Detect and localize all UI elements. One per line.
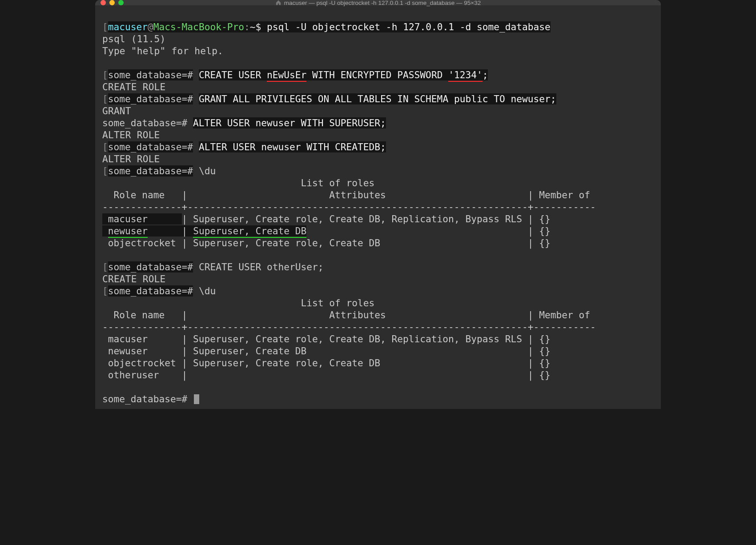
resp-grant: GRANT (102, 105, 131, 116)
prompt-host: Macs-MacBook-Pro (153, 21, 244, 32)
terminal-window: macuser — psql -U objectrocket -h 127.0.… (95, 0, 661, 409)
titlebar: macuser — psql -U objectrocket -h 127.0.… (95, 0, 661, 5)
cmd-du: \du (199, 285, 216, 297)
table-row: macuser | Superuser, Create role, Create… (102, 333, 551, 345)
cmd-grant: GRANT ALL PRIVILEGES ON ALL TABLES IN SC… (199, 93, 556, 104)
psql-prompt: some_database=# (108, 93, 193, 104)
roles-sep: --------------+-------------------------… (102, 201, 596, 212)
cmd-alter-createdb: ALTER USER newuser WITH CREATEDB; (199, 141, 386, 152)
psql-banner: psql (11.5) (102, 33, 166, 44)
roles-col-role: Role name | (102, 189, 187, 200)
resp-alter-role: ALTER ROLE (102, 129, 160, 140)
cmd-du: \du (199, 165, 216, 176)
cmd-create-otheruser: CREATE USER otherUser; (199, 261, 324, 272)
roles-title: List of roles (102, 177, 374, 188)
table-row: | Superuser, Create role, Create DB, Rep… (182, 213, 551, 224)
traffic-lights (101, 0, 124, 5)
cmd-alter-superuser: ALTER USER newuser WITH SUPERUSER; (193, 117, 386, 128)
psql-prompt: some_database=# (108, 141, 193, 152)
close-icon[interactable] (101, 0, 106, 5)
table-row-newuser: newuser | Superuser, Create DB (102, 225, 306, 236)
home-icon (275, 0, 281, 5)
roles-header: Role name | Attributes | Member of (102, 309, 596, 321)
roles-col-attr: Attributes (187, 189, 527, 200)
resp-create-role: CREATE ROLE (102, 81, 166, 92)
highlight-newuser-name: newuser (108, 225, 148, 238)
minimize-icon[interactable] (109, 0, 115, 5)
table-row: objectrocket | Superuser, Create role, C… (102, 357, 551, 369)
psql-prompt: some_database=# (108, 261, 193, 272)
cmd-create-user: CREATE USER nEwUsEr WITH ENCRYPTED PASSW… (199, 69, 488, 80)
roles-col-member: | Member of (528, 189, 596, 200)
prompt-path: ~ (250, 21, 256, 32)
resp-create-role: CREATE ROLE (102, 273, 166, 285)
highlight-newuser-attrs: Superuser, Create DB (193, 225, 306, 238)
prompt-user: macuser (108, 21, 148, 32)
table-row: newuser | Superuser, Create DB | {} (102, 345, 551, 357)
table-row: otheruser | | {} (102, 369, 551, 381)
window-title-text: macuser — psql -U objectrocket -h 127.0.… (284, 0, 481, 6)
psql-help-hint: Type "help" for help. (102, 45, 223, 56)
terminal-output[interactable]: [macuser@Macs-MacBook-Pro:~$ psql -U obj… (95, 5, 661, 422)
shell-command: psql -U objectrocket -h 127.0.0.1 -d som… (267, 21, 551, 32)
resp-alter-role: ALTER ROLE (102, 153, 160, 164)
table-row: | Superuser, Create role, Create DB | {} (182, 237, 551, 248)
zoom-icon[interactable] (118, 0, 124, 5)
highlight-username: nEwUsEr (267, 69, 306, 82)
highlight-password: '1234' (448, 69, 483, 82)
roles-title: List of roles (102, 297, 374, 309)
psql-prompt: some_database=# (102, 393, 187, 405)
psql-prompt: some_database=# (108, 165, 193, 176)
psql-prompt: some_database=# (102, 117, 187, 128)
roles-sep: --------------+-------------------------… (102, 321, 596, 333)
cursor-icon (194, 394, 199, 404)
psql-prompt: some_database=# (108, 285, 193, 297)
table-row: macuser (102, 213, 182, 224)
table-row: objectrocket (102, 237, 182, 248)
psql-prompt: some_database=# (108, 69, 193, 80)
